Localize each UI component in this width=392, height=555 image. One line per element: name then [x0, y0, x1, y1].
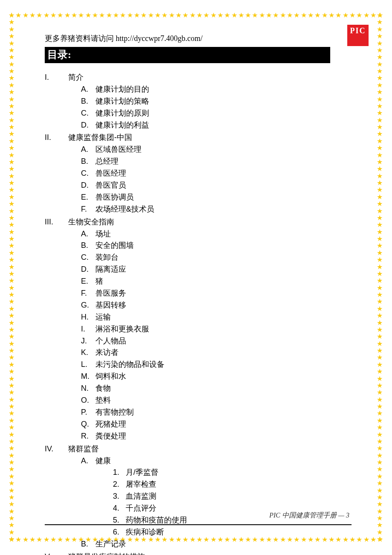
- star-icon: ★: [377, 75, 383, 81]
- star-icon: ★: [9, 285, 15, 291]
- star-icon: ★: [377, 480, 383, 487]
- toc-subsection-title: 健康计划的目的: [95, 84, 149, 96]
- star-icon: ★: [9, 110, 15, 116]
- toc-subsection: P.有害物控制: [81, 407, 358, 418]
- star-icon: ★: [377, 26, 383, 33]
- star-icon: ★: [9, 54, 15, 61]
- star-icon: ★: [377, 19, 383, 26]
- star-icon: ★: [377, 333, 383, 340]
- toc-subsection-number: P.: [81, 407, 95, 418]
- toc-subsection-number: B.: [81, 156, 95, 168]
- star-icon: ★: [377, 291, 383, 298]
- toc-item-number: 3.: [113, 491, 126, 503]
- star-icon: ★: [9, 368, 15, 375]
- star-icon: ★: [238, 12, 244, 19]
- star-icon: ★: [9, 40, 15, 47]
- toc-subsection: Q.死猪处理: [81, 418, 358, 430]
- star-icon: ★: [377, 256, 383, 263]
- toc-item-title: 千点评分: [126, 503, 156, 514]
- star-icon: ★: [377, 40, 383, 47]
- toc-subsection: L.未污染的物品和设备: [81, 359, 358, 371]
- toc-item: 2.屠宰检查: [113, 479, 358, 491]
- star-icon: ★: [99, 12, 105, 19]
- star-icon: ★: [377, 82, 383, 89]
- star-icon: ★: [9, 375, 15, 382]
- star-icon: ★: [377, 124, 383, 131]
- star-icon: ★: [9, 487, 15, 494]
- star-icon: ★: [259, 12, 265, 19]
- star-icon: ★: [161, 12, 167, 19]
- star-icon: ★: [9, 389, 15, 396]
- toc-subsection-number: H.: [81, 311, 95, 323]
- star-icon: ★: [377, 250, 383, 256]
- toc-subsection: B.健康计划的策略: [81, 96, 358, 108]
- star-icon: ★: [377, 221, 383, 228]
- star-icon: ★: [9, 159, 15, 166]
- toc-item-number: 1.: [113, 467, 126, 479]
- star-icon: ★: [15, 12, 21, 19]
- star-icon: ★: [9, 494, 15, 501]
- toc-subsection-number: M.: [81, 371, 95, 383]
- star-icon: ★: [9, 480, 15, 487]
- star-icon: ★: [9, 333, 15, 340]
- star-icon: ★: [377, 145, 383, 151]
- toc-subsection: C.兽医经理: [81, 168, 358, 180]
- star-icon: ★: [377, 159, 383, 166]
- toc-item-number: 6.: [113, 526, 126, 538]
- star-icon: ★: [9, 166, 15, 172]
- star-icon: ★: [9, 424, 15, 431]
- star-icon: ★: [377, 180, 383, 186]
- star-icon: ★: [377, 382, 383, 389]
- star-icon: ★: [377, 117, 383, 124]
- toc-subsection: O.垫料: [81, 395, 358, 407]
- star-icon: ★: [356, 12, 362, 19]
- star-icon: ★: [9, 382, 15, 389]
- toc-section: IV.猪群监督: [45, 443, 358, 455]
- toc-item: 3.血清监测: [113, 491, 358, 503]
- star-icon: ★: [9, 75, 15, 81]
- star-icon: ★: [377, 215, 383, 221]
- star-icon: ★: [9, 173, 15, 180]
- footer-text: PIC 中国健康管理手册 — 3: [269, 511, 349, 520]
- toc-section: II.健康监督集团-中国: [45, 132, 358, 144]
- toc-subsection-title: 总经理: [95, 156, 118, 168]
- toc-subsection: H.运输: [81, 311, 358, 323]
- star-icon: ★: [377, 515, 383, 522]
- toc-subsection: A.健康计划的目的: [81, 84, 358, 96]
- star-icon: ★: [377, 466, 383, 473]
- toc-section-title: 简介: [68, 72, 84, 84]
- toc-section-title: 猪群监督: [68, 443, 99, 455]
- star-icon: ★: [377, 508, 383, 515]
- star-icon: ★: [9, 515, 15, 522]
- toc-subsection-number: J.: [81, 335, 95, 347]
- toc-subsection: E.兽医协调员: [81, 192, 358, 203]
- toc-subsection-title: 农场经理&技术员: [95, 203, 154, 215]
- star-icon: ★: [377, 445, 383, 452]
- star-icon: ★: [71, 12, 77, 19]
- star-icon: ★: [329, 12, 334, 19]
- star-icon: ★: [9, 438, 15, 445]
- star-icon: ★: [50, 12, 56, 19]
- star-icon: ★: [377, 138, 383, 145]
- toc-subsection-number: A.: [81, 228, 95, 240]
- star-icon: ★: [377, 305, 383, 312]
- footer-divider: [45, 524, 352, 525]
- toc-section: III.生物安全指南: [45, 216, 358, 228]
- toc-subsection-title: 健康计划的策略: [95, 96, 149, 108]
- toc-title: 目录:: [45, 47, 330, 63]
- star-icon: ★: [9, 410, 15, 417]
- star-icon: ★: [377, 186, 383, 193]
- toc-subsection-title: 健康: [95, 455, 111, 467]
- star-icon: ★: [9, 466, 15, 473]
- star-icon: ★: [335, 12, 341, 19]
- toc-subsection-title: 装卸台: [95, 252, 118, 264]
- toc-subsection-title: 饲料和水: [95, 371, 126, 383]
- star-icon: ★: [377, 173, 383, 180]
- toc-subsection: R.粪便处理: [81, 430, 358, 442]
- toc-subsection: A.区域兽医经理: [81, 144, 358, 156]
- toc-section-number: I.: [45, 72, 68, 84]
- toc-subsection-title: 隔离适应: [95, 264, 126, 276]
- star-icon: ★: [9, 33, 15, 40]
- star-icon: ★: [9, 277, 15, 284]
- toc-subsection-number: A.: [81, 144, 95, 156]
